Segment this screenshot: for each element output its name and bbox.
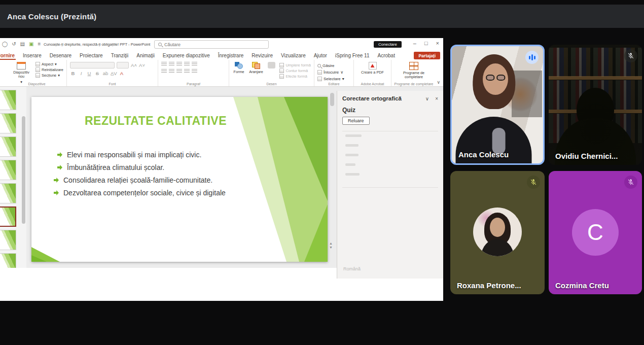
align-left-icon[interactable]	[161, 69, 167, 74]
ppt-workspace: REZULTATE CALITATIVE Elevi mai responsab…	[0, 87, 443, 268]
scrollbar-thumb[interactable]	[330, 93, 334, 106]
share-button[interactable]: Partajați	[414, 52, 440, 59]
indent-increase-icon[interactable]	[184, 62, 190, 66]
indent-decrease-icon[interactable]	[176, 62, 182, 66]
italic-button[interactable]: I	[78, 71, 84, 76]
participant-tile-anca[interactable]: Anca Colescu	[450, 45, 545, 165]
slide-thumbnail[interactable]	[0, 230, 16, 250]
participant-video	[452, 46, 543, 163]
participant-tile-roxana[interactable]: Roxana Petrone...	[450, 171, 545, 294]
font-size-box[interactable]	[117, 62, 129, 68]
strikethrough-button[interactable]: S	[94, 71, 100, 76]
font-color-button[interactable]: A	[119, 71, 125, 76]
grow-font-button[interactable]: A˄	[131, 62, 137, 68]
autosave-icon[interactable]: ◯	[2, 41, 8, 47]
font-name-box[interactable]	[70, 62, 115, 68]
arrange-button[interactable]: Aranjare	[248, 62, 264, 74]
participant-name: Roxana Petrone...	[457, 281, 521, 290]
tab-pornire[interactable]: Pornire	[0, 52, 19, 60]
slide-thumbnail[interactable]	[0, 136, 16, 157]
participant-name: Anca Colescu	[458, 150, 509, 159]
quick-styles-button[interactable]	[267, 62, 277, 68]
reset-button[interactable]: Reinițializare	[35, 67, 63, 72]
window-title: Cunoaște-ți drepturile, respectă-ți obli…	[44, 42, 151, 47]
presenter-banner-text: Anca Colescu (Prezintă)	[7, 12, 96, 21]
tab-vizualizare[interactable]: Vizualizare	[277, 52, 310, 60]
resume-button[interactable]: Reluare	[342, 117, 370, 125]
slide-scrollbar[interactable]	[330, 90, 334, 262]
participant-tile-ovidiu[interactable]: Ovidiu Chernici...	[549, 45, 642, 165]
bullets-icon[interactable]	[161, 62, 167, 66]
glasses-detail	[484, 75, 507, 81]
align-center-icon[interactable]	[169, 69, 174, 74]
slide-thumbnail[interactable]	[0, 160, 16, 180]
chevron-down-icon: ▾	[55, 62, 57, 66]
select-button[interactable]: Selectare▾	[317, 77, 344, 81]
disabled-option	[345, 144, 359, 147]
numbering-icon[interactable]	[169, 62, 174, 66]
undo-icon[interactable]: ↺	[12, 41, 16, 47]
slide-canvas[interactable]: REZULTATE CALITATIVE Elevi mai responsab…	[31, 97, 328, 262]
restore-button[interactable]: □	[424, 40, 428, 46]
participant-tile-cozmina[interactable]: C Cozmina Cretu	[549, 171, 642, 294]
shapes-button[interactable]: Forme	[232, 62, 245, 74]
shape-fill-button[interactable]: Umplere formă	[279, 63, 311, 67]
underline-button[interactable]: U	[86, 71, 92, 76]
shrink-font-button[interactable]: A˅	[139, 62, 145, 68]
slide-thumbnail[interactable]	[0, 253, 16, 268]
pane-chevron-icon[interactable]: ∨	[425, 96, 429, 101]
ispring-quiz-icon[interactable]: ▣	[29, 41, 33, 47]
chevron-down-icon: ∨	[340, 70, 343, 75]
char-spacing-button[interactable]: A̲V	[111, 71, 117, 76]
shape-effects-button[interactable]: Efecte formă	[279, 74, 311, 79]
spelling-word: Quiz	[342, 107, 443, 114]
section-button[interactable]: Secțiune▾	[35, 73, 63, 78]
search-input[interactable]: Căutare	[154, 40, 269, 49]
thumbnail-design	[0, 114, 16, 133]
find-button[interactable]: Găsire	[317, 63, 344, 68]
tab-proiectare[interactable]: Proiectare	[76, 52, 107, 60]
tab-inregistrare[interactable]: Înregistrare	[214, 52, 248, 60]
replace-button[interactable]: Înlocuire∨	[317, 70, 344, 75]
bold-button[interactable]: B	[70, 71, 76, 76]
chevron-down-icon: ▾	[58, 73, 60, 78]
tab-desenare[interactable]: Desenare	[46, 52, 76, 60]
shape-outline-button[interactable]: Contur formă	[279, 68, 311, 73]
signin-badge[interactable]: Conectare	[374, 41, 402, 48]
pane-language[interactable]: Română	[343, 266, 361, 271]
create-pdf-button[interactable]: Creare a PDF	[360, 62, 385, 75]
addins-button[interactable]: Programe de completare	[399, 62, 428, 80]
tab-animatii[interactable]: Animații	[132, 52, 159, 60]
slide-thumbnail[interactable]	[0, 90, 16, 110]
slide-nav-arrows[interactable]: ▲ ▼	[329, 242, 333, 250]
tab-ispring[interactable]: iSpring Free 11	[331, 52, 374, 60]
slide-thumbnail-selected[interactable]	[0, 206, 16, 227]
tab-inserare[interactable]: Inserare	[19, 52, 46, 60]
spelling-pane: Corectare ortografică ∨ × Quiz Reluare R…	[337, 91, 443, 279]
slide-thumbnail[interactable]	[0, 113, 16, 133]
align-right-icon[interactable]	[176, 69, 182, 74]
tab-revizuire[interactable]: Revizuire	[247, 52, 277, 60]
collapse-ribbon-icon[interactable]: ∨	[437, 80, 440, 85]
close-button[interactable]: ×	[436, 40, 439, 46]
presentation-icon[interactable]: ▤	[20, 41, 25, 47]
thumbnail-design	[0, 184, 16, 203]
tab-tranzitii[interactable]: Tranziții	[107, 52, 133, 60]
minimize-button[interactable]: –	[413, 40, 416, 46]
pane-close-icon[interactable]: ×	[435, 96, 438, 101]
columns-icon[interactable]	[192, 69, 197, 74]
new-slide-button[interactable]: Diapozitiv nou ▾	[10, 62, 32, 84]
thumbnail-design	[0, 137, 16, 156]
justify-icon[interactable]	[184, 69, 190, 74]
aspect-button[interactable]: Aspect▾	[35, 62, 63, 66]
thumbnail-scrollbar[interactable]	[22, 116, 25, 224]
tab-expunere[interactable]: Expunere diapozitive	[159, 52, 214, 60]
tab-ajutor[interactable]: Ajutor	[310, 52, 331, 60]
slide-thumbnail[interactable]	[0, 183, 16, 203]
tab-acrobat[interactable]: Acrobat	[373, 52, 399, 60]
line-spacing-icon[interactable]	[192, 62, 197, 66]
text-shadow-button[interactable]: ab	[102, 71, 109, 76]
shading-overlay	[549, 45, 642, 165]
arrange-icon	[252, 62, 260, 69]
qat-dropdown-icon[interactable]: ≡	[38, 41, 41, 47]
